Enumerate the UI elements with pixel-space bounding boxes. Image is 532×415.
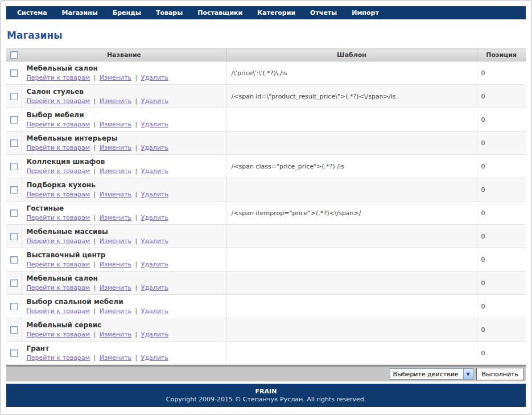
delete-link[interactable]: Удалить xyxy=(141,237,168,245)
action-separator: | xyxy=(133,144,139,151)
row-checkbox[interactable] xyxy=(10,350,18,357)
select-all-checkbox[interactable] xyxy=(10,51,18,59)
table-header-row: Название Шаблон Позиция xyxy=(6,49,526,61)
shop-template xyxy=(226,342,477,365)
table-row: Коллекция шкафов Перейти к товарам | Изм… xyxy=(6,155,526,178)
delete-link[interactable]: Удалить xyxy=(141,354,168,361)
row-checkbox[interactable] xyxy=(10,256,18,264)
shop-position: 0 xyxy=(477,225,526,248)
edit-link[interactable]: Изменить xyxy=(100,284,131,291)
action-separator: | xyxy=(133,191,139,198)
edit-link[interactable]: Изменить xyxy=(100,331,131,338)
nav-item-categories[interactable]: Категории xyxy=(250,9,303,17)
edit-link[interactable]: Изменить xyxy=(100,354,131,361)
row-checkbox[interactable] xyxy=(10,186,18,194)
row-actions: Перейти к товарам | Изменить | Удалить xyxy=(27,144,222,152)
select-dropdown-arrow-icon[interactable]: ▼ xyxy=(463,369,473,379)
delete-link[interactable]: Удалить xyxy=(141,74,168,81)
edit-link[interactable]: Изменить xyxy=(100,97,131,105)
nav-item-suppliers[interactable]: Поставщики xyxy=(190,9,250,17)
shop-template xyxy=(226,248,477,272)
edit-link[interactable]: Изменить xyxy=(100,307,131,315)
shop-position: 0 xyxy=(477,108,526,132)
row-checkbox[interactable] xyxy=(10,233,18,240)
shop-name: Мебельный салон xyxy=(27,274,222,283)
row-checkbox[interactable] xyxy=(10,326,18,334)
goto-products-link[interactable]: Перейти к товарам xyxy=(27,237,90,245)
goto-products-link[interactable]: Перейти к товарам xyxy=(27,214,90,221)
row-actions: Перейти к товарам | Изменить | Удалить xyxy=(27,284,222,292)
delete-link[interactable]: Удалить xyxy=(141,191,168,198)
shop-name: Выбор спальной мебели xyxy=(27,298,222,306)
delete-link[interactable]: Удалить xyxy=(141,214,168,221)
action-separator: | xyxy=(92,74,98,81)
nav-item-products[interactable]: Товары xyxy=(149,9,190,17)
action-separator: | xyxy=(133,284,139,291)
row-checkbox[interactable] xyxy=(10,209,18,217)
shop-position: 0 xyxy=(477,61,526,85)
shop-position: 0 xyxy=(477,85,526,108)
edit-link[interactable]: Изменить xyxy=(100,121,131,128)
execute-button[interactable]: Выполнить xyxy=(476,368,524,380)
delete-link[interactable]: Удалить xyxy=(141,97,168,105)
edit-link[interactable]: Изменить xyxy=(100,144,131,151)
row-checkbox[interactable] xyxy=(10,93,18,100)
row-checkbox[interactable] xyxy=(10,280,18,287)
goto-products-link[interactable]: Перейти к товарам xyxy=(27,354,90,361)
nav-item-reports[interactable]: Отчеты xyxy=(303,9,344,17)
action-separator: | xyxy=(133,214,139,221)
shop-position: 0 xyxy=(477,248,526,272)
row-checkbox[interactable] xyxy=(10,163,18,170)
edit-link[interactable]: Изменить xyxy=(100,237,131,245)
shop-name: Гостиные xyxy=(27,204,222,213)
edit-link[interactable]: Изменить xyxy=(100,74,131,81)
row-checkbox[interactable] xyxy=(10,69,18,77)
goto-products-link[interactable]: Перейти к товарам xyxy=(27,97,90,105)
goto-products-link[interactable]: Перейти к товарам xyxy=(27,307,90,315)
goto-products-link[interactable]: Перейти к товарам xyxy=(27,191,90,198)
row-actions: Перейти к товарам | Изменить | Удалить xyxy=(27,331,222,339)
delete-link[interactable]: Удалить xyxy=(141,167,168,175)
bulk-action-select[interactable]: Выберите действие ▼ xyxy=(390,368,473,380)
shop-name: Салон стульев xyxy=(27,88,222,96)
action-separator: | xyxy=(133,354,139,361)
action-separator: | xyxy=(92,261,98,268)
shop-template: /\'price\':\'(.*?)\./is xyxy=(226,61,477,85)
delete-link[interactable]: Удалить xyxy=(141,144,168,151)
row-actions: Перейти к товарам | Изменить | Удалить xyxy=(27,237,222,245)
row-checkbox[interactable] xyxy=(10,303,18,310)
row-checkbox[interactable] xyxy=(10,139,18,147)
edit-link[interactable]: Изменить xyxy=(100,191,131,198)
edit-link[interactable]: Изменить xyxy=(100,167,131,175)
goto-products-link[interactable]: Перейти к товарам xyxy=(27,331,90,338)
nav-item-brands[interactable]: Бренды xyxy=(105,9,149,17)
delete-link[interactable]: Удалить xyxy=(141,261,168,268)
shops-table: Название Шаблон Позиция Мебельный салон … xyxy=(6,48,526,365)
table-row: Мебельные интерьеры Перейти к товарам | … xyxy=(6,132,526,155)
edit-link[interactable]: Изменить xyxy=(100,214,131,221)
shop-name: Грант xyxy=(27,344,222,353)
shop-position: 0 xyxy=(477,202,526,225)
shop-name: Выставочный центр xyxy=(27,251,222,260)
goto-products-link[interactable]: Перейти к товарам xyxy=(27,121,90,128)
nav-item-system[interactable]: Система xyxy=(10,9,55,17)
row-checkbox[interactable] xyxy=(10,116,18,124)
shop-name: Коллекция шкафов xyxy=(27,158,222,166)
goto-products-link[interactable]: Перейти к товарам xyxy=(27,284,90,291)
goto-products-link[interactable]: Перейти к товарам xyxy=(27,74,90,81)
delete-link[interactable]: Удалить xyxy=(141,331,168,338)
nav-item-import[interactable]: Импорт xyxy=(344,9,386,17)
footer: FRAIN Copyright 2009-2015 © Степанчук Ру… xyxy=(6,384,526,407)
delete-link[interactable]: Удалить xyxy=(141,307,168,315)
row-actions: Перейти к товарам | Изменить | Удалить xyxy=(27,167,222,175)
goto-products-link[interactable]: Перейти к товарам xyxy=(27,167,90,175)
action-separator: | xyxy=(92,331,98,338)
delete-link[interactable]: Удалить xyxy=(141,121,168,128)
delete-link[interactable]: Удалить xyxy=(141,284,168,291)
edit-link[interactable]: Изменить xyxy=(100,261,131,268)
goto-products-link[interactable]: Перейти к товарам xyxy=(27,144,90,151)
goto-products-link[interactable]: Перейти к товарам xyxy=(27,261,90,268)
nav-item-shops[interactable]: Магазины xyxy=(55,9,105,17)
row-actions: Перейти к товарам | Изменить | Удалить xyxy=(27,97,222,105)
shop-template xyxy=(226,318,477,342)
